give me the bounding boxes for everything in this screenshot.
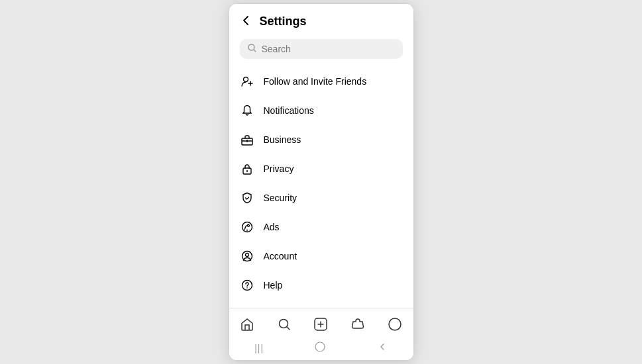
menu-label-business: Business: [264, 134, 301, 145]
nav-add-icon[interactable]: [307, 314, 334, 335]
menu-label-security: Security: [264, 193, 297, 203]
search-input[interactable]: [262, 44, 395, 54]
ads-icon: [240, 220, 254, 234]
svg-point-16: [246, 287, 248, 289]
page-title: Settings: [260, 15, 307, 28]
nav-profile-icon[interactable]: [382, 314, 408, 335]
menu-item-notifications[interactable]: Notifications: [229, 96, 413, 125]
menu-label-help: Help: [264, 280, 283, 291]
menu-item-about[interactable]: About: [229, 300, 413, 308]
follow-icon: [240, 74, 254, 89]
bell-icon: [240, 103, 254, 118]
lock-icon: [240, 161, 254, 176]
menu-list: Follow and Invite Friends Notifications: [229, 64, 413, 308]
menu-label-privacy: Privacy: [264, 163, 294, 174]
menu-item-follow[interactable]: Follow and Invite Friends: [229, 67, 413, 96]
svg-point-14: [245, 253, 248, 257]
menu-item-business[interactable]: Business: [229, 125, 413, 154]
menu-item-account[interactable]: Account: [229, 242, 413, 271]
system-nav: |||: [229, 338, 413, 360]
svg-point-9: [246, 170, 247, 171]
search-icon: [248, 44, 256, 54]
header: Settings: [229, 4, 413, 34]
nav-search-icon[interactable]: [271, 314, 297, 335]
svg-point-33: [315, 342, 325, 351]
svg-point-2: [243, 77, 248, 82]
menu-label-ads: Ads: [264, 222, 280, 232]
back-button[interactable]: [240, 15, 252, 28]
menu-label-account: Account: [264, 251, 297, 261]
svg-line-28: [287, 327, 290, 330]
search-bar[interactable]: [240, 39, 403, 59]
system-nav-back[interactable]: [377, 341, 388, 355]
menu-item-ads[interactable]: Ads: [229, 212, 413, 242]
menu-item-security[interactable]: Security: [229, 183, 413, 212]
menu-label-notifications: Notifications: [264, 105, 314, 116]
menu-item-help[interactable]: Help: [229, 271, 413, 300]
screen: Settings: [229, 4, 413, 360]
bottom-nav: [229, 308, 413, 338]
business-icon: [240, 132, 254, 147]
nav-shop-icon[interactable]: [345, 314, 371, 335]
menu-item-privacy[interactable]: Privacy: [229, 154, 413, 183]
nav-home-icon[interactable]: [234, 314, 260, 335]
account-icon: [240, 249, 254, 263]
system-nav-home[interactable]: [315, 341, 325, 355]
svg-point-32: [389, 318, 401, 330]
shield-icon: [240, 191, 254, 205]
system-nav-menu[interactable]: |||: [254, 343, 264, 353]
phone-frame: Settings: [229, 3, 414, 361]
menu-label-follow: Follow and Invite Friends: [264, 76, 367, 87]
help-icon: [240, 278, 254, 293]
svg-point-11: [247, 225, 249, 227]
svg-line-1: [254, 50, 256, 52]
